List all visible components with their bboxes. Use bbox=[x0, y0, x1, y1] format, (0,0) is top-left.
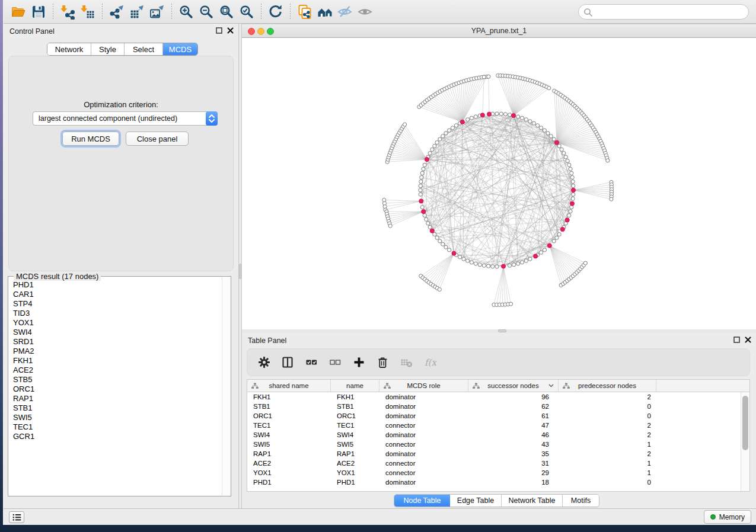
cell-predecessor-nodes: 0 bbox=[559, 402, 656, 411]
refresh-button[interactable] bbox=[266, 2, 286, 21]
table-row[interactable]: FKH1FKH1dominator962 bbox=[247, 392, 749, 402]
mcds-result-item[interactable]: SRD1 bbox=[13, 337, 221, 347]
export-image-icon bbox=[149, 4, 165, 20]
zoom-out-button[interactable] bbox=[196, 2, 216, 21]
float-panel-icon[interactable] bbox=[733, 336, 740, 343]
tab-node-table[interactable]: Node Table bbox=[394, 495, 450, 507]
tab-motifs[interactable]: Motifs bbox=[563, 495, 599, 507]
mcds-result-item[interactable]: PHD1 bbox=[13, 280, 221, 290]
cell-shared-name: YOX1 bbox=[247, 468, 331, 477]
cell-MCDS-role: dominator bbox=[379, 392, 468, 402]
tab-select[interactable]: Select bbox=[125, 43, 163, 55]
mcds-result-item[interactable]: TEC1 bbox=[13, 422, 221, 432]
tab-network-table[interactable]: Network Table bbox=[502, 495, 563, 507]
export-network-button[interactable] bbox=[107, 2, 127, 21]
float-panel-icon[interactable] bbox=[216, 27, 222, 34]
table-row[interactable]: RAP1RAP1dominator352 bbox=[247, 449, 749, 459]
network-view[interactable] bbox=[242, 38, 756, 329]
settings-button[interactable] bbox=[257, 355, 271, 370]
function-button: f(x) bbox=[423, 355, 437, 370]
task-history-button[interactable] bbox=[9, 511, 24, 523]
memory-button[interactable]: Memory bbox=[704, 510, 751, 524]
mcds-result-item[interactable]: SWI5 bbox=[13, 413, 221, 422]
cell-MCDS-role: dominator bbox=[379, 449, 468, 459]
mcds-result-item[interactable]: ACE2 bbox=[13, 366, 221, 375]
show-all-button[interactable] bbox=[355, 2, 375, 21]
network-window-titlebar[interactable]: YPA_prune.txt_1 bbox=[242, 24, 756, 38]
column-header-shared-name[interactable]: shared name bbox=[247, 380, 331, 392]
add-button[interactable] bbox=[352, 355, 366, 370]
toolbar-separator bbox=[53, 4, 53, 20]
mcds-result-list[interactable]: PHD1CAR1STP4TID3YOX1SWI4SRD1PMA2FKH1ACE2… bbox=[8, 280, 221, 495]
mcds-result-item[interactable]: TID3 bbox=[13, 309, 221, 318]
open-file-button[interactable] bbox=[8, 2, 28, 21]
cell-MCDS-role: dominator bbox=[379, 430, 468, 440]
mcds-result-item[interactable]: STP4 bbox=[13, 299, 221, 309]
network-graph[interactable] bbox=[242, 38, 756, 329]
select-stepper bbox=[206, 111, 218, 126]
clone-network-button[interactable] bbox=[295, 2, 315, 21]
deselect-all-button[interactable] bbox=[328, 355, 342, 370]
mcds-result-item[interactable]: PMA2 bbox=[13, 347, 221, 356]
mcds-result-scrollbar[interactable] bbox=[222, 277, 230, 495]
cell-name: TEC1 bbox=[331, 421, 379, 430]
node-table-scrollbar[interactable] bbox=[741, 392, 749, 491]
delete-button[interactable] bbox=[375, 355, 390, 370]
table-row[interactable]: SWI5SWI5connector431 bbox=[247, 440, 749, 449]
columns-button[interactable] bbox=[280, 355, 295, 370]
export-table-button[interactable] bbox=[127, 2, 147, 21]
column-header-name[interactable]: name bbox=[331, 380, 379, 392]
column-header-predecessor-nodes[interactable]: predecessor nodes bbox=[559, 380, 656, 392]
export-image-button[interactable] bbox=[147, 2, 167, 21]
cell-shared-name: STB1 bbox=[247, 402, 331, 411]
table-row[interactable]: SWI4SWI4dominator462 bbox=[247, 430, 749, 440]
close-panel-button[interactable]: Close panel bbox=[126, 132, 189, 146]
table-row[interactable]: TEC1TEC1connector472 bbox=[247, 421, 749, 430]
hide-selected-button[interactable] bbox=[335, 2, 355, 21]
search-input[interactable] bbox=[595, 5, 745, 18]
cell-shared-name: SWI5 bbox=[247, 440, 331, 449]
scrollbar-thumb[interactable] bbox=[742, 396, 748, 450]
tab-mcds[interactable]: MCDS bbox=[163, 43, 197, 55]
table-row[interactable]: ACE2ACE2connector311 bbox=[247, 459, 749, 468]
import-table-button[interactable] bbox=[78, 2, 98, 21]
mcds-result-item[interactable]: CAR1 bbox=[13, 290, 221, 299]
table-row[interactable]: ORC1ORC1dominator610 bbox=[247, 411, 749, 421]
first-neighbors-button[interactable] bbox=[315, 2, 335, 21]
mcds-result-item[interactable]: STB5 bbox=[13, 375, 221, 384]
memory-status-icon bbox=[710, 514, 716, 520]
table-row[interactable]: STB1STB1dominator620 bbox=[247, 402, 749, 411]
column-header-successor-nodes[interactable]: successor nodes bbox=[468, 380, 559, 392]
column-header-MCDS-role[interactable]: MCDS role bbox=[379, 380, 468, 392]
select-all-button[interactable] bbox=[304, 355, 318, 370]
first-neighbors-icon bbox=[317, 4, 333, 20]
mcds-result-item[interactable]: ORC1 bbox=[13, 384, 221, 394]
tab-network[interactable]: Network bbox=[47, 43, 91, 55]
cell-shared-name: PHD1 bbox=[247, 477, 331, 487]
optimization-criterion-select[interactable]: largest connected component (undirected) bbox=[33, 111, 218, 126]
table-row[interactable]: YOX1YOX1connector291 bbox=[247, 468, 749, 477]
mcds-result-item[interactable]: RAP1 bbox=[13, 394, 221, 403]
node-table-body: FKH1FKH1dominator962STB1STB1dominator620… bbox=[247, 392, 749, 487]
table-row[interactable]: PHD1PHD1dominator180 bbox=[247, 477, 749, 487]
close-panel-icon[interactable] bbox=[745, 336, 751, 343]
vertical-splitter-grip[interactable] bbox=[239, 264, 241, 279]
save-session-button[interactable] bbox=[28, 2, 49, 21]
zoom-selected-button[interactable] bbox=[237, 2, 257, 21]
optimization-criterion-value: largest connected component (undirected) bbox=[39, 114, 177, 123]
cell-shared-name: FKH1 bbox=[247, 392, 331, 402]
zoom-fit-button[interactable] bbox=[216, 2, 237, 21]
mcds-result-item[interactable]: SWI4 bbox=[13, 328, 221, 337]
zoom-in-button[interactable] bbox=[176, 2, 196, 21]
tab-style[interactable]: Style bbox=[91, 43, 125, 55]
cell-shared-name: RAP1 bbox=[247, 449, 331, 459]
close-panel-icon[interactable] bbox=[227, 27, 234, 34]
horizontal-splitter-grip[interactable] bbox=[498, 329, 506, 332]
mcds-result-item[interactable]: FKH1 bbox=[13, 356, 221, 366]
tab-edge-table[interactable]: Edge Table bbox=[450, 495, 502, 507]
import-network-button[interactable] bbox=[58, 2, 78, 21]
mcds-result-item[interactable]: GCR1 bbox=[13, 432, 221, 441]
run-mcds-button[interactable]: Run MCDS bbox=[62, 132, 119, 146]
mcds-result-item[interactable]: STB1 bbox=[13, 403, 221, 413]
mcds-result-item[interactable]: YOX1 bbox=[13, 318, 221, 328]
